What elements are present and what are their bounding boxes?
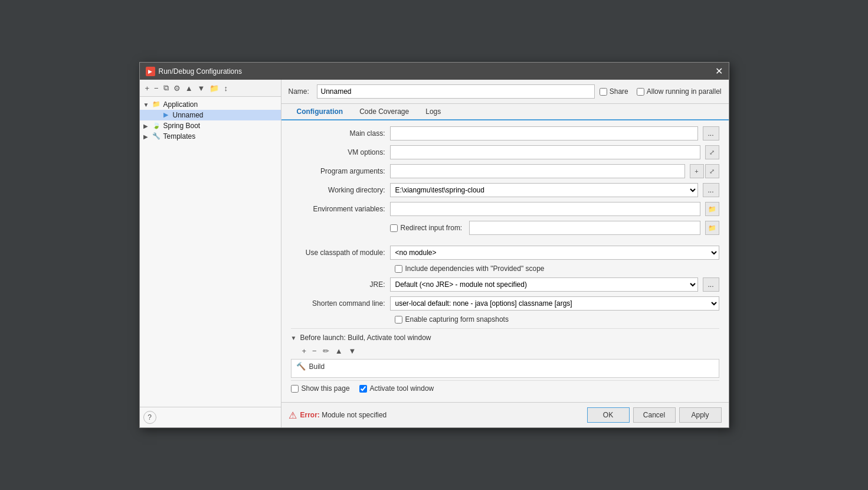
tree-arrow-unnamed: [153, 112, 161, 119]
redirect-input-field[interactable]: [469, 221, 700, 235]
error-icon: ⚠: [289, 410, 297, 421]
tree-arrow-templates: ▶: [143, 133, 152, 140]
config-tree: ▼ 📁 Application ▶ Unnamed ▶ 🍃 Spring Boo…: [140, 97, 281, 407]
folder-button[interactable]: 📁: [208, 83, 221, 94]
shorten-cmd-label: Shorten command line:: [291, 299, 385, 308]
copy-config-button[interactable]: ⧉: [162, 82, 171, 94]
before-launch-down-button[interactable]: ▼: [347, 345, 358, 357]
share-checkbox[interactable]: [600, 88, 607, 96]
redirect-input-checkbox[interactable]: [390, 224, 398, 232]
program-args-label: Program arguments:: [291, 167, 385, 175]
allow-parallel-text: Allow running in parallel: [647, 87, 722, 96]
help-button[interactable]: ?: [143, 411, 156, 424]
build-label: Build: [309, 362, 325, 371]
tree-label-springboot: Spring Boot: [163, 122, 201, 130]
dialog-titlebar: ▶ Run/Debug Configurations ✕: [140, 63, 729, 80]
env-vars-input[interactable]: [390, 202, 700, 216]
program-args-row: Program arguments: + ⤢: [291, 164, 719, 178]
dialog-title: Run/Debug Configurations: [159, 67, 242, 76]
enable-snapshots-row: Enable capturing form snapshots: [291, 315, 719, 324]
program-args-add-button[interactable]: +: [690, 164, 704, 178]
tree-item-springboot[interactable]: ▶ 🍃 Spring Boot: [140, 120, 281, 131]
titlebar-left: ▶ Run/Debug Configurations: [146, 67, 242, 76]
tree-item-application[interactable]: ▼ 📁 Application: [140, 99, 281, 110]
show-page-checkbox[interactable]: [291, 385, 299, 393]
dialog-footer: ⚠ Error: Module not specified OK Cancel …: [281, 402, 729, 427]
include-deps-label[interactable]: Include dependencies with "Provided" sco…: [395, 264, 545, 273]
redirect-input-browse-button[interactable]: 📁: [705, 221, 719, 235]
vm-options-expand-button[interactable]: ⤢: [705, 145, 719, 159]
form-area: Main class: ... VM options: ⤢ Program ar…: [281, 120, 729, 402]
redirect-input-row: Redirect input from: 📁: [291, 221, 719, 235]
redirect-input-label: Redirect input from:: [401, 224, 463, 232]
right-header: Name: Share Allow running in parallel: [281, 80, 729, 104]
tree-arrow-application: ▼: [143, 102, 152, 108]
classpath-select[interactable]: <no module>: [390, 246, 719, 260]
cancel-button[interactable]: Cancel: [633, 407, 676, 423]
jre-browse-button[interactable]: ...: [703, 277, 719, 292]
before-launch-add-button[interactable]: +: [300, 345, 309, 357]
error-label: Error:: [300, 411, 320, 419]
redirect-input-checkbox-label[interactable]: Redirect input from:: [390, 224, 463, 232]
program-args-expand-button[interactable]: ⤢: [705, 164, 719, 178]
enable-snapshots-label[interactable]: Enable capturing form snapshots: [395, 315, 509, 324]
shorten-cmd-select[interactable]: user-local default: none - java [options…: [390, 296, 719, 311]
jre-select[interactable]: Default (<no JRE> - module not specified…: [390, 277, 698, 292]
collapse-arrow[interactable]: ▼: [291, 335, 297, 341]
vm-options-input[interactable]: [390, 145, 700, 159]
tree-item-unnamed[interactable]: ▶ Unnamed: [140, 110, 281, 120]
allow-parallel-checkbox[interactable]: [637, 88, 644, 96]
tab-code-coverage[interactable]: Code Coverage: [351, 104, 417, 120]
error-text: Error: Module not specified: [300, 411, 387, 419]
activate-window-label[interactable]: Activate tool window: [359, 384, 434, 393]
left-toolbar: + − ⧉ ⚙ ▲ ▼ 📁: [140, 80, 281, 97]
vm-options-label: VM options:: [291, 148, 385, 156]
app-icon: ▶: [161, 111, 171, 119]
close-button[interactable]: ✕: [715, 66, 723, 77]
tree-item-templates[interactable]: ▶ 🔧 Templates: [140, 131, 281, 142]
activate-window-checkbox[interactable]: [359, 385, 367, 393]
add-config-button[interactable]: +: [143, 83, 152, 94]
name-input[interactable]: [317, 84, 595, 99]
tab-logs[interactable]: Logs: [417, 104, 449, 120]
template-icon: 🔧: [152, 132, 161, 141]
apply-button[interactable]: Apply: [679, 407, 722, 423]
left-panel: + − ⧉ ⚙ ▲ ▼ 📁: [140, 80, 281, 427]
before-launch-edit-button[interactable]: ✏: [321, 345, 331, 357]
before-launch-remove-button[interactable]: −: [310, 345, 319, 357]
error-message: Module not specified: [322, 411, 386, 419]
program-args-input[interactable]: [390, 164, 685, 178]
include-deps-text: Include dependencies with "Provided" sco…: [405, 264, 545, 273]
activate-window-text: Activate tool window: [370, 384, 434, 393]
remove-config-button[interactable]: −: [152, 83, 161, 94]
program-args-buttons: + ⤢: [690, 164, 719, 178]
before-launch-up-button[interactable]: ▲: [333, 345, 345, 357]
tab-configuration[interactable]: Configuration: [289, 104, 352, 120]
show-page-label[interactable]: Show this page: [291, 384, 350, 393]
settings-button[interactable]: ⚙: [172, 83, 182, 94]
tree-label-unnamed: Unnamed: [173, 111, 204, 119]
ok-button[interactable]: OK: [587, 407, 630, 423]
move-up-button[interactable]: ▲: [184, 83, 195, 94]
dialog-icon: ▶: [146, 67, 155, 76]
main-class-input[interactable]: [390, 126, 698, 141]
enable-snapshots-text: Enable capturing form snapshots: [405, 315, 509, 324]
env-vars-browse-button[interactable]: 📁: [705, 202, 719, 216]
working-dir-browse-button[interactable]: ...: [703, 183, 719, 197]
working-dir-select[interactable]: E:\xiangmu\test\spring-cloud: [390, 183, 698, 197]
bottom-options: Show this page Activate tool window: [291, 380, 719, 393]
vm-options-row: VM options: ⤢: [291, 145, 719, 159]
classpath-row: Use classpath of module: <no module>: [291, 246, 719, 260]
allow-parallel-label[interactable]: Allow running in parallel: [637, 87, 722, 96]
jre-label: JRE:: [291, 280, 385, 289]
enable-snapshots-checkbox[interactable]: [395, 316, 402, 324]
before-launch-item-build[interactable]: 🔨 Build: [296, 362, 714, 371]
sort-button[interactable]: ↕: [222, 83, 230, 94]
env-vars-label: Environment variables:: [291, 205, 385, 213]
main-class-browse-button[interactable]: ...: [703, 126, 719, 141]
env-vars-row: Environment variables: 📁: [291, 202, 719, 216]
move-down-button[interactable]: ▼: [196, 83, 207, 94]
footer-buttons: OK Cancel Apply: [587, 407, 722, 423]
include-deps-checkbox[interactable]: [395, 265, 402, 273]
share-checkbox-label[interactable]: Share: [600, 87, 628, 96]
